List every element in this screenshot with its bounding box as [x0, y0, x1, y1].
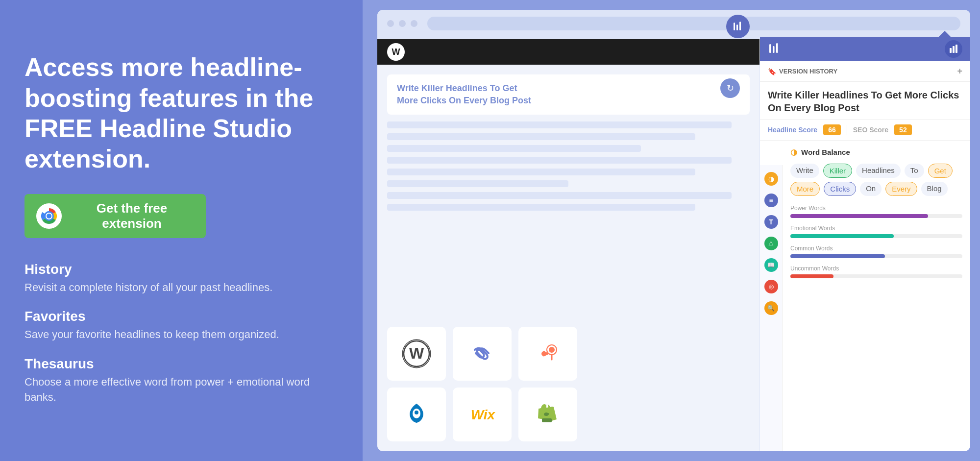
wp-logo: W [387, 43, 405, 61]
cta-label: Get the free extension [70, 201, 194, 231]
feature-history-desc: Revisit a complete history of all your p… [24, 280, 338, 295]
power-words-fill [790, 214, 928, 218]
uncommon-words-fill [790, 274, 833, 278]
logo-wordpress: W [387, 327, 446, 381]
ext-panel-content: ◑ ≡ T ⚠ 📖 ◎ [760, 141, 970, 451]
ext-notification-icon [945, 40, 962, 58]
extension-panel: 🔖 VERSION HISTORY + Write Killer Headlin… [760, 37, 970, 451]
sidebar-icons: ◑ ≡ T ⚠ 📖 ◎ [760, 165, 783, 451]
common-words-fill [790, 254, 885, 258]
sidebar-icon-book[interactable]: 📖 [764, 258, 778, 272]
feature-history: History Revisit a complete history of al… [24, 262, 338, 295]
svg-point-14 [541, 351, 546, 356]
word-tag-write: Write [790, 164, 819, 178]
browser-extension-icon[interactable] [726, 15, 750, 38]
word-tag-killer: Killer [823, 164, 852, 178]
word-balance-title: ◑ Word Balance [790, 147, 962, 157]
word-tag-every: Every [885, 182, 917, 196]
headline-score-badge: 66 [823, 124, 841, 135]
svg-rect-23 [953, 46, 955, 53]
feature-favorites-title: Favorites [24, 309, 338, 324]
content-line [387, 204, 695, 211]
score-divider [847, 125, 847, 135]
sidebar-icon-chart[interactable]: ◑ [764, 172, 778, 186]
browser-dot-2 [399, 20, 406, 27]
content-line [387, 169, 695, 175]
browser-address-bar[interactable] [427, 17, 960, 30]
word-tag-more: More [790, 182, 820, 196]
browser-mockup: W Write Killer Headlines To GetMore Clic… [377, 10, 970, 451]
get-extension-button[interactable]: Get the free extension [24, 194, 206, 238]
content-line [387, 192, 732, 199]
sidebar-icon-warning[interactable]: ⚠ [764, 237, 778, 250]
word-tags: Write Killer Headlines To Get More Click… [790, 164, 962, 196]
word-tag-to: To [905, 164, 924, 178]
word-balance-panel: ◑ Word Balance Write Killer Headlines To… [783, 141, 970, 451]
extension-topbar [760, 37, 970, 61]
browser-topbar [377, 10, 970, 37]
content-line [387, 145, 641, 152]
headline-input-card: Write Killer Headlines To GetMore Clicks… [387, 74, 750, 115]
chrome-icon [36, 203, 62, 229]
content-line [387, 157, 732, 164]
left-panel: Access more headline-boosting features i… [0, 0, 363, 461]
logo-hubspot [518, 327, 577, 381]
content-line [387, 180, 568, 187]
sidebar-icon-text[interactable]: T [764, 215, 778, 229]
headline-input-text: Write Killer Headlines To GetMore Clicks… [397, 82, 531, 107]
power-words-bar [790, 214, 962, 218]
extension-headline: Write Killer Headlines To Get More Click… [760, 82, 970, 120]
svg-rect-21 [776, 43, 778, 53]
svg-point-16 [415, 411, 418, 414]
browser-dot-1 [387, 20, 394, 27]
shopify-icon [533, 400, 563, 429]
right-panel: W Write Killer Headlines To GetMore Clic… [363, 0, 980, 461]
sidebar-icon-list[interactable]: ≡ [764, 194, 778, 207]
svg-point-12 [549, 347, 555, 353]
version-history-bar: 🔖 VERSION HISTORY + [760, 61, 970, 82]
feature-thesaurus-title: Thesaurus [24, 356, 338, 372]
add-version-button[interactable]: + [957, 66, 962, 76]
score-row: Headline Score 66 SEO Score 52 [760, 120, 970, 141]
svg-rect-19 [769, 44, 771, 53]
seo-score-badge: 52 [894, 124, 912, 135]
word-tag-get: Get [928, 164, 953, 178]
ext-icon-logo [732, 21, 744, 32]
word-tag-headlines: Headlines [856, 164, 901, 178]
svg-rect-24 [956, 45, 957, 53]
svg-point-4 [47, 214, 51, 218]
emotional-words-bar [790, 234, 962, 238]
uncommon-words-label: Uncommon Words [790, 265, 962, 272]
svg-rect-18 [542, 418, 552, 422]
common-words-label: Common Words [790, 245, 962, 252]
uncommon-words-bar [790, 274, 962, 278]
word-tag-blog: Blog [921, 182, 948, 196]
sidebar-icon-circle[interactable]: ◎ [764, 280, 778, 293]
refresh-button[interactable]: ↻ [720, 78, 740, 98]
svg-text:W: W [409, 344, 424, 362]
content-line [387, 133, 695, 140]
feature-thesaurus: Thesaurus Choose a more effective word f… [24, 356, 338, 405]
feature-favorites-desc: Save your favorite headlines to keep the… [24, 327, 338, 342]
word-tag-on: On [860, 182, 882, 196]
version-history-text: VERSION HISTORY [779, 68, 837, 75]
main-headline: Access more headline-boosting features i… [24, 52, 338, 174]
logo-shopify [518, 388, 577, 441]
svg-text:Wix: Wix [471, 407, 496, 422]
logo-grid: W [387, 327, 577, 441]
progress-group: Power Words Emotional Words Common Words [790, 205, 962, 278]
power-words-label: Power Words [790, 205, 962, 212]
feature-favorites: Favorites Save your favorite headlines t… [24, 309, 338, 342]
hubspot-icon [533, 339, 563, 368]
feature-thesaurus-desc: Choose a more effective word from power … [24, 375, 338, 405]
balloon-arrow [939, 31, 951, 37]
svg-rect-6 [736, 24, 738, 30]
emotional-words-fill [790, 234, 894, 238]
squarespace-icon [467, 339, 497, 368]
emotional-words-label: Emotional Words [790, 225, 962, 232]
word-tag-clicks: Clicks [824, 182, 856, 196]
wordpress-icon: W [402, 339, 431, 368]
sidebar-icon-search[interactable]: 🔍 [764, 301, 778, 315]
stats-icon [949, 44, 958, 54]
feature-history-title: History [24, 262, 338, 277]
